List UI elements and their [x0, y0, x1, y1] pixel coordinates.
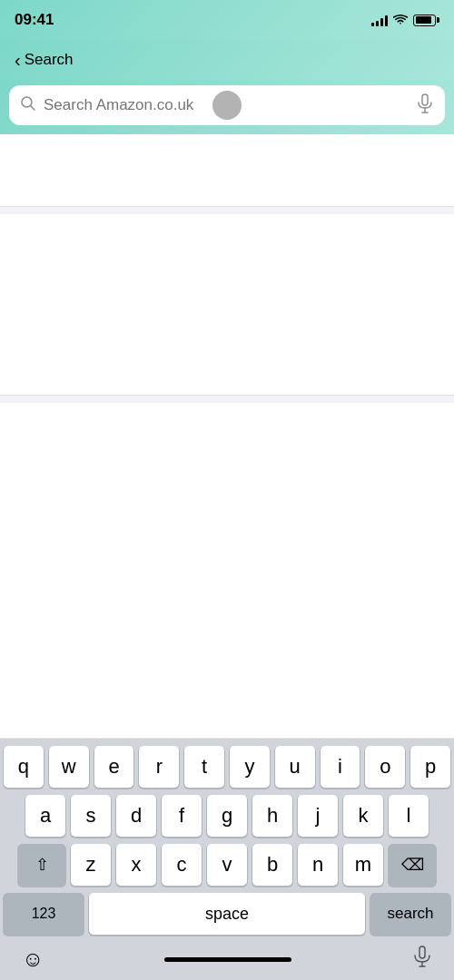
status-bar: 09:41 [0, 0, 454, 40]
wifi-icon [393, 15, 408, 25]
key-s[interactable]: s [71, 795, 111, 837]
svg-rect-5 [419, 946, 425, 958]
toolbar-mic-icon[interactable] [412, 946, 432, 973]
content-section-2 [0, 214, 454, 396]
key-l[interactable]: l [389, 795, 429, 837]
key-z[interactable]: z [71, 844, 111, 886]
key-v[interactable]: v [207, 844, 247, 886]
nav-bar: ‹ Search [0, 40, 454, 80]
key-b[interactable]: b [252, 844, 292, 886]
keyboard-row-3: ⇧ z x c v b n m ⌫ [4, 844, 450, 886]
key-u[interactable]: u [275, 746, 315, 788]
key-k[interactable]: k [343, 795, 383, 837]
search-input-area[interactable] [44, 96, 409, 114]
key-c[interactable]: c [162, 844, 202, 886]
battery-icon [413, 15, 439, 26]
key-j[interactable]: j [298, 795, 338, 837]
key-g[interactable]: g [207, 795, 247, 837]
keyboard-bottom-row: 123 space search [4, 893, 450, 935]
status-time: 09:41 [15, 11, 54, 29]
svg-rect-2 [422, 94, 428, 105]
search-key[interactable]: search [370, 893, 450, 935]
back-label: Search [25, 51, 74, 69]
emoji-icon[interactable]: ☺ [22, 946, 44, 972]
key-i[interactable]: i [321, 746, 360, 788]
back-chevron-icon: ‹ [15, 51, 21, 69]
shift-key[interactable]: ⇧ [18, 844, 65, 886]
key-q[interactable]: q [4, 746, 44, 788]
search-bar-container [0, 80, 454, 134]
home-indicator [164, 957, 291, 962]
search-bar[interactable] [9, 85, 445, 125]
key-p[interactable]: p [410, 746, 450, 788]
key-x[interactable]: x [116, 844, 156, 886]
content-area [0, 134, 454, 739]
keyboard: q w e r t y u i o p a s d f g h j k l ⇧ … [0, 739, 454, 980]
numbers-key[interactable]: 123 [4, 893, 84, 935]
keyboard-row-1: q w e r t y u i o p [4, 746, 450, 788]
search-bar-icon [20, 95, 36, 116]
content-section-3 [0, 403, 454, 739]
keyboard-row-2: a s d f g h j k l [4, 795, 450, 837]
signal-icon [371, 14, 388, 26]
delete-key[interactable]: ⌫ [389, 844, 436, 886]
svg-line-1 [31, 105, 35, 110]
key-f[interactable]: f [162, 795, 202, 837]
key-m[interactable]: m [343, 844, 383, 886]
key-a[interactable]: a [25, 795, 65, 837]
key-d[interactable]: d [116, 795, 156, 837]
key-r[interactable]: r [139, 746, 179, 788]
status-icons [371, 14, 439, 26]
key-e[interactable]: e [94, 746, 134, 788]
key-o[interactable]: o [365, 746, 405, 788]
key-t[interactable]: t [184, 746, 224, 788]
key-n[interactable]: n [298, 844, 338, 886]
mic-icon[interactable] [416, 93, 434, 118]
space-key[interactable]: space [89, 893, 365, 935]
content-section-1 [0, 134, 454, 207]
key-y[interactable]: y [230, 746, 270, 788]
key-h[interactable]: h [252, 795, 292, 837]
keyboard-toolbar: ☺ [4, 938, 450, 976]
key-w[interactable]: w [49, 746, 89, 788]
search-input[interactable] [44, 96, 409, 114]
back-button[interactable]: ‹ Search [9, 47, 79, 73]
